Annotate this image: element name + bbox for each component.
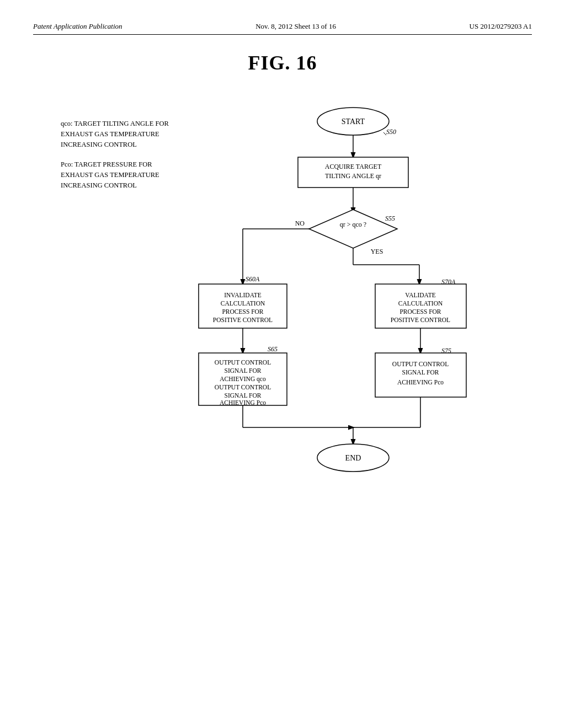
svg-text:OUTPUT CONTROL: OUTPUT CONTROL (215, 384, 271, 390)
svg-text:END: END (345, 454, 361, 462)
svg-text:qr > qco ?: qr > qco ? (340, 221, 366, 228)
page-header: Patent Application Publication Nov. 8, 2… (33, 22, 532, 35)
header-publication-type: Patent Application Publication (33, 22, 122, 31)
svg-text:S55: S55 (385, 215, 395, 222)
svg-text:VALIDATE: VALIDATE (405, 292, 435, 298)
legend-item-qco: qco: TARGET TILTING ANGLE FOR EXHAUST GA… (61, 119, 177, 149)
svg-text:SIGNAL FOR: SIGNAL FOR (402, 369, 439, 376)
svg-text:NO: NO (295, 220, 305, 227)
svg-text:ACHIEVING Pco: ACHIEVING Pco (220, 399, 266, 406)
svg-text:PROCESS FOR: PROCESS FOR (222, 308, 263, 315)
svg-text:INVALIDATE: INVALIDATE (224, 292, 262, 298)
header-patent-number: US 2012/0279203 A1 (470, 22, 532, 31)
svg-text:ACQUIRE TARGET: ACQUIRE TARGET (325, 163, 382, 170)
figure-title: FIG. 16 (33, 51, 532, 74)
flowchart: START S50 ACQUIRE TARGET TILTING ANGLE q… (182, 102, 524, 488)
svg-text:ACHIEVING qco: ACHIEVING qco (220, 376, 266, 383)
svg-text:SIGNAL FOR: SIGNAL FOR (225, 392, 262, 399)
svg-text:POSITIVE CONTROL: POSITIVE CONTROL (391, 317, 450, 323)
header-date-sheet: Nov. 8, 2012 Sheet 13 of 16 (255, 22, 336, 31)
svg-text:SIGNAL FOR: SIGNAL FOR (225, 367, 262, 374)
svg-text:CALCULATION: CALCULATION (221, 300, 265, 307)
svg-text:START: START (342, 117, 365, 126)
page: Patent Application Publication Nov. 8, 2… (0, 0, 565, 728)
legend: qco: TARGET TILTING ANGLE FOR EXHAUST GA… (61, 119, 177, 201)
legend-item-pco: Pco: TARGET PRESSURE FOR EXHAUST GAS TEM… (61, 159, 177, 190)
svg-text:S50: S50 (386, 128, 396, 136)
svg-text:OUTPUT CONTROL: OUTPUT CONTROL (215, 359, 271, 366)
svg-text:YES: YES (371, 248, 383, 255)
svg-text:ACHIEVING Pco: ACHIEVING Pco (397, 379, 444, 386)
svg-text:CALCULATION: CALCULATION (398, 300, 443, 307)
svg-marker-10 (309, 210, 397, 248)
svg-text:POSITIVE CONTROL: POSITIVE CONTROL (213, 317, 273, 323)
svg-text:S65: S65 (268, 345, 278, 353)
svg-text:TILTING ANGLE qr: TILTING ANGLE qr (325, 172, 381, 180)
svg-text:OUTPUT CONTROL: OUTPUT CONTROL (392, 361, 449, 367)
svg-text:PROCESS FOR: PROCESS FOR (399, 308, 441, 315)
svg-text:S60A: S60A (246, 275, 260, 283)
